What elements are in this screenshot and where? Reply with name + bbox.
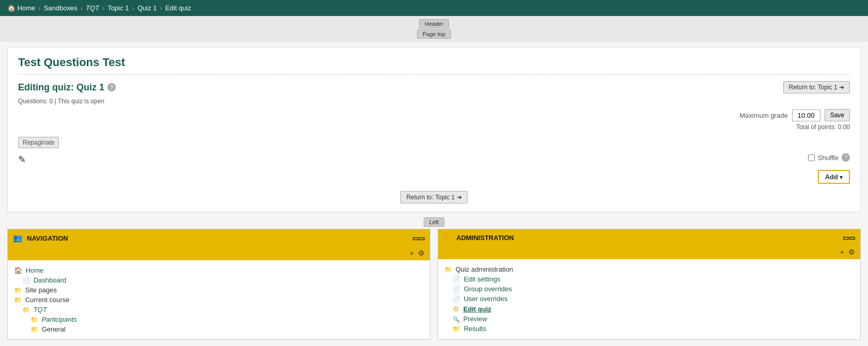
shuffle-help-icon[interactable]: ? xyxy=(842,153,850,162)
quiz-admin-folder-icon: 📁 xyxy=(444,266,452,273)
nav-participants-link[interactable]: Participants xyxy=(42,316,77,323)
group-overrides-folder-icon: 📄 xyxy=(453,286,460,293)
admin-edit-quiz-link[interactable]: Edit quiz xyxy=(463,305,491,313)
edit-icon-row: ✎ Shuffle ? xyxy=(18,153,850,166)
admin-group-overrides-link[interactable]: Group overrides xyxy=(464,285,512,293)
sep-2: › xyxy=(81,4,83,12)
return-to-topic-btn-bottom[interactable]: Return to: Topic 1 ➜ xyxy=(400,191,467,203)
grade-row: Maximum grade Save xyxy=(18,109,850,121)
home-icon: 🏠 xyxy=(14,266,22,274)
edit-header: Editing quiz: Quiz 1 ? Return to: Topic … xyxy=(18,81,850,93)
administration-block: ⚙ ADMINISTRATION ▭▭ + ⚙ 📁 Quiz administr… xyxy=(438,229,861,340)
shuffle-label: Shuffle xyxy=(818,154,839,162)
nav-home-body-link[interactable]: Home xyxy=(26,266,44,274)
main-content-card: Test Questions Test Editing quiz: Quiz 1… xyxy=(7,47,861,212)
nav-item-participants: 📁 Participants xyxy=(14,314,424,324)
admin-item-quiz-admin: 📁 Quiz administration xyxy=(444,264,854,274)
admin-header-right: ▭▭ xyxy=(843,234,855,242)
total-points-label: Total of points: 0.00 xyxy=(796,123,850,131)
navigation-block: 👥 NAVIGATION ▭▭ + ⚙ 🏠 Home 📄 Dashboard 📁… xyxy=(7,229,430,340)
admin-results-link[interactable]: Results xyxy=(464,325,486,333)
navigation-people-icon: 👥 xyxy=(13,233,23,243)
nav-item-home: 🏠 Home xyxy=(14,265,424,275)
user-overrides-folder-icon: 📄 xyxy=(453,295,460,303)
nav-item-current-course: 📁 Current course xyxy=(14,295,424,305)
add-button[interactable]: Add xyxy=(818,170,850,184)
nav-quiz1-link[interactable]: Quiz 1 xyxy=(137,4,157,12)
edit-title-group: Editing quiz: Quiz 1 ? xyxy=(18,82,116,93)
nav-site-pages-label: Site pages xyxy=(25,286,57,294)
participants-folder-icon: 📁 xyxy=(30,316,38,323)
nav-subheader: + ⚙ xyxy=(8,247,430,260)
nav-item-site-pages: 📁 Site pages xyxy=(14,285,424,295)
nav-sandboxes-link[interactable]: Sandboxes xyxy=(44,4,78,12)
repaginate-button[interactable]: Repaginate xyxy=(18,137,59,148)
admin-gear-icon: ⚙ xyxy=(443,233,450,242)
sep-1: › xyxy=(38,4,40,12)
skip-header-button[interactable]: Header xyxy=(419,19,449,28)
nav-header-right: ▭▭ xyxy=(412,234,425,242)
nav-settings-icon[interactable]: ⚙ xyxy=(418,249,425,257)
left-label-container: Left xyxy=(0,217,868,227)
admin-edit-settings-link[interactable]: Edit settings xyxy=(464,275,501,283)
admin-header-left: ⚙ ADMINISTRATION xyxy=(443,233,514,242)
nav-topic1-link[interactable]: Topic 1 xyxy=(107,4,129,12)
total-points-row: Total of points: 0.00 xyxy=(18,123,850,131)
admin-preview-link[interactable]: Preview xyxy=(463,315,487,323)
sep-5: › xyxy=(160,4,162,12)
help-icon[interactable]: ? xyxy=(107,83,116,91)
current-course-folder-icon: 📁 xyxy=(14,296,22,304)
admin-item-results: 📁 Results xyxy=(444,324,854,334)
edit-pencil-icon[interactable]: ✎ xyxy=(18,154,26,165)
shuffle-checkbox[interactable] xyxy=(808,154,815,161)
top-navigation: 🏠 Home › Sandboxes › TQT › Topic 1 › Qui… xyxy=(0,0,868,16)
nav-item-dashboard: 📄 Dashboard xyxy=(14,275,424,285)
administration-block-body: 📁 Quiz administration 📄 Edit settings 📄 … xyxy=(438,259,860,339)
admin-item-preview: 🔍 Preview xyxy=(444,314,854,324)
admin-quiz-admin-label: Quiz administration xyxy=(456,265,513,273)
skip-links-container: Header Page top xyxy=(0,16,868,42)
admin-block-title: ADMINISTRATION xyxy=(456,234,514,242)
nav-item-general: 📁 General xyxy=(14,324,424,334)
navigation-block-title: NAVIGATION xyxy=(27,234,68,242)
navigation-block-body: 🏠 Home 📄 Dashboard 📁 Site pages 📁 Curren… xyxy=(8,260,430,339)
nav-current-course-label: Current course xyxy=(25,296,70,304)
results-folder-icon: 📁 xyxy=(453,325,460,333)
add-btn-row: Add xyxy=(18,170,850,184)
nav-current: Edit quiz xyxy=(165,4,191,12)
dashboard-folder-icon: 📄 xyxy=(22,277,30,284)
max-grade-input[interactable] xyxy=(792,109,820,121)
site-pages-folder-icon: 📁 xyxy=(14,287,22,294)
quiz-meta: Questions: 0 | This quiz is open xyxy=(18,98,850,105)
nav-tqt-link[interactable]: TQT xyxy=(86,4,99,12)
admin-item-group-overrides: 📄 Group overrides xyxy=(444,284,854,294)
skip-page-top-button[interactable]: Page top xyxy=(417,29,451,39)
general-folder-icon: 📁 xyxy=(30,326,38,333)
sep-3: › xyxy=(102,4,104,12)
admin-settings-icon[interactable]: ⚙ xyxy=(848,248,855,256)
nav-dashboard-link[interactable]: Dashboard xyxy=(34,276,67,284)
admin-block-header: ⚙ ADMINISTRATION ▭▭ xyxy=(438,229,860,246)
navigation-block-header: 👥 NAVIGATION ▭▭ xyxy=(8,229,430,247)
admin-item-edit-quiz: ⚙ Edit quiz xyxy=(444,304,854,314)
nav-general-label: General xyxy=(42,325,66,333)
return-to-topic-btn-top[interactable]: Return to: Topic 1 ➜ xyxy=(783,81,850,93)
shuffle-row: Shuffle ? xyxy=(808,153,850,162)
admin-user-overrides-link[interactable]: User overrides xyxy=(464,295,508,303)
nav-add-icon[interactable]: + xyxy=(410,249,414,257)
max-grade-label: Maximum grade xyxy=(739,112,787,119)
page-title: Test Questions Test xyxy=(18,56,850,75)
admin-collapse-icon[interactable]: ▭▭ xyxy=(843,234,855,242)
edit-quiz-gear-icon: ⚙ xyxy=(453,305,459,313)
nav-tqt-body-link[interactable]: TQT xyxy=(34,306,47,313)
tqt-folder-icon: 📁 xyxy=(22,306,30,313)
save-button[interactable]: Save xyxy=(825,109,850,121)
left-region-label: Left xyxy=(424,217,444,227)
nav-collapse-icon[interactable]: ▭▭ xyxy=(412,234,425,242)
editing-quiz-title: Editing quiz: Quiz 1 xyxy=(18,82,104,93)
bottom-columns: 👥 NAVIGATION ▭▭ + ⚙ 🏠 Home 📄 Dashboard 📁… xyxy=(7,229,861,340)
admin-add-icon[interactable]: + xyxy=(840,248,844,256)
nav-home-link[interactable]: 🏠 Home xyxy=(7,4,35,12)
return-bottom-container: Return to: Topic 1 ➜ xyxy=(18,191,850,203)
preview-search-icon: 🔍 xyxy=(453,316,460,322)
